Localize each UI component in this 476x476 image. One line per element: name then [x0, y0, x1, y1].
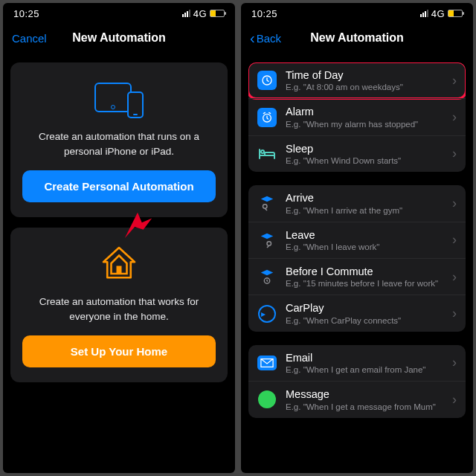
set-up-home-button[interactable]: Set Up Your Home — [22, 335, 216, 367]
chevron-right-icon: › — [452, 232, 457, 248]
home-icon — [22, 242, 216, 287]
trigger-title: Email — [286, 352, 443, 364]
back-button[interactable]: ‹ Back — [250, 30, 281, 45]
nav-title: New Automation — [72, 31, 166, 45]
status-right: 4G — [420, 8, 463, 19]
group-location: Arrive E.g. "When I arrive at the gym" ›… — [248, 185, 466, 332]
phone-left: 10:25 4G Cancel New Automation Create an… — [3, 3, 235, 473]
status-bar: 10:25 4G — [3, 3, 235, 24]
trigger-title: CarPlay — [286, 302, 443, 315]
chevron-right-icon: › — [452, 269, 457, 285]
trigger-sub: E.g. "When I arrive at the gym" — [286, 206, 443, 215]
trigger-before-commute[interactable]: Before I Commute E.g. "15 minutes before… — [248, 258, 466, 295]
group-time: Time of Day E.g. "At 8:00 am on weekdays… — [248, 62, 466, 172]
signal-icon — [182, 10, 190, 17]
trigger-sleep[interactable]: Sleep E.g. "When Wind Down starts" › — [248, 135, 466, 172]
trigger-title: Arrive — [286, 192, 443, 205]
network-label: 4G — [193, 8, 207, 19]
chevron-right-icon: › — [452, 73, 457, 89]
nav-bar: ‹ Back New Automation — [241, 24, 473, 52]
trigger-title: Before I Commute — [286, 266, 443, 278]
back-label: Back — [257, 32, 281, 45]
alarm-icon — [257, 108, 277, 127]
chevron-right-icon: › — [452, 109, 457, 125]
status-time: 10:25 — [251, 8, 277, 19]
network-label: 4G — [431, 8, 445, 19]
trigger-alarm[interactable]: Alarm E.g. "When my alarm has stopped" › — [248, 98, 466, 135]
chevron-right-icon: › — [452, 355, 457, 370]
trigger-title: Leave — [286, 229, 443, 242]
trigger-sub: E.g. "At 8:00 am on weekdays" — [286, 83, 443, 91]
trigger-email[interactable]: Email E.g. "When I get an email from Jan… — [248, 345, 466, 381]
status-time: 10:25 — [13, 8, 39, 19]
content: Create an automation that runs on a pers… — [3, 52, 235, 473]
trigger-leave[interactable]: Leave E.g. "When I leave work" › — [248, 222, 466, 258]
message-icon — [257, 390, 277, 409]
trigger-sub: E.g. "15 minutes before I leave for work… — [286, 279, 443, 288]
phone-right: 10:25 4G ‹ Back New Automation Time of D… — [241, 3, 473, 473]
chevron-left-icon: ‹ — [250, 30, 255, 45]
chevron-right-icon: › — [452, 392, 457, 408]
leave-icon — [257, 231, 277, 250]
cancel-button[interactable]: Cancel — [12, 32, 47, 45]
personal-desc: Create an automation that runs on a pers… — [22, 129, 216, 158]
mail-icon — [257, 353, 277, 373]
battery-icon — [210, 10, 225, 17]
home-desc: Create an automation that works for ever… — [22, 295, 216, 324]
svg-rect-1 — [117, 266, 122, 274]
chevron-right-icon: › — [452, 306, 457, 321]
clock-icon — [257, 71, 277, 90]
nav-title: New Automation — [310, 31, 404, 45]
trigger-sub: E.g. "When I get an email from Jane" — [286, 365, 443, 374]
trigger-sub: E.g. "When CarPlay connects" — [286, 316, 443, 325]
devices-icon — [22, 77, 216, 122]
trigger-sub: E.g. "When my alarm has stopped" — [286, 120, 443, 129]
trigger-list[interactable]: Time of Day E.g. "At 8:00 am on weekdays… — [241, 52, 473, 473]
trigger-sub: E.g. "When Wind Down starts" — [286, 156, 443, 165]
commute-icon — [257, 267, 277, 286]
status-bar: 10:25 4G — [241, 3, 473, 24]
carplay-icon — [257, 304, 277, 324]
chevron-right-icon: › — [452, 196, 457, 211]
chevron-right-icon: › — [452, 146, 457, 161]
trigger-title: Sleep — [286, 143, 443, 155]
group-comms: Email E.g. "When I get an email from Jan… — [248, 345, 466, 418]
nav-bar: Cancel New Automation — [3, 24, 235, 52]
trigger-title: Message — [286, 388, 443, 401]
status-right: 4G — [182, 8, 225, 19]
trigger-arrive[interactable]: Arrive E.g. "When I arrive at the gym" › — [248, 185, 466, 221]
trigger-title: Alarm — [286, 106, 443, 118]
home-card: Create an automation that works for ever… — [10, 228, 228, 382]
trigger-title: Time of Day — [286, 69, 443, 82]
trigger-message[interactable]: Message E.g. "When I get a message from … — [248, 381, 466, 417]
trigger-time-of-day[interactable]: Time of Day E.g. "At 8:00 am on weekdays… — [248, 62, 466, 98]
trigger-sub: E.g. "When I get a message from Mum" — [286, 402, 443, 411]
create-personal-automation-button[interactable]: Create Personal Automation — [22, 170, 216, 202]
trigger-sub: E.g. "When I leave work" — [286, 242, 443, 251]
personal-card: Create an automation that runs on a pers… — [10, 62, 228, 217]
bed-icon — [257, 144, 277, 164]
signal-icon — [420, 10, 428, 17]
battery-icon — [448, 10, 463, 17]
arrive-icon — [257, 193, 277, 213]
trigger-carplay[interactable]: CarPlay E.g. "When CarPlay connects" › — [248, 295, 466, 331]
